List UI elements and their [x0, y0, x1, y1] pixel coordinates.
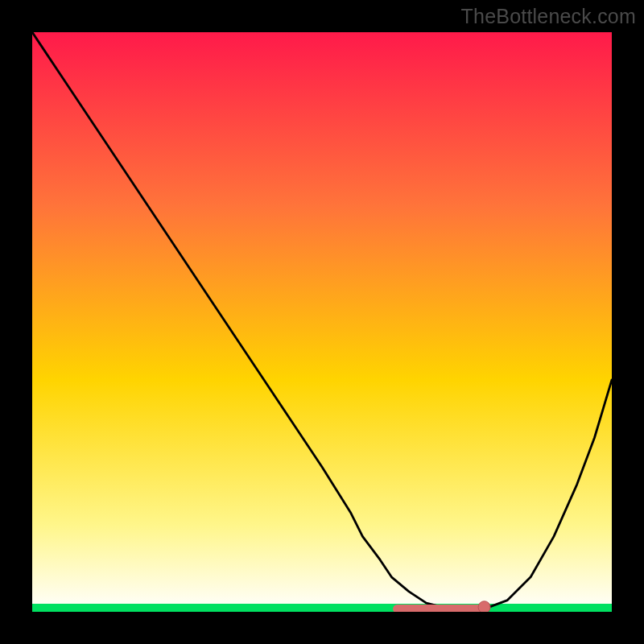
chart-svg	[32, 32, 612, 612]
chart-frame: TheBottleneck.com	[0, 0, 644, 644]
optimum-marker	[478, 601, 490, 612]
gradient-background	[32, 32, 612, 612]
plot-area	[32, 32, 612, 612]
baseline-band	[32, 604, 612, 612]
attribution-text: TheBottleneck.com	[461, 5, 636, 28]
